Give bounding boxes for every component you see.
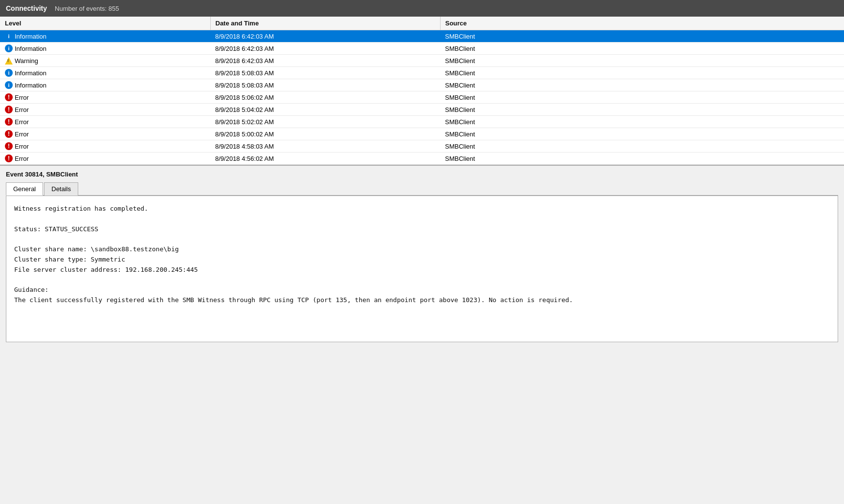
tab-general[interactable]: General	[6, 182, 43, 196]
cell-source: SMBClient	[440, 128, 844, 140]
level-label: Information	[15, 69, 46, 77]
cell-datetime: 8/9/2018 6:42:03 AM	[210, 30, 440, 43]
info-icon: i	[5, 44, 13, 52]
warning-icon	[5, 57, 13, 65]
level-label: Error	[15, 106, 29, 113]
table-body: iInformation8/9/2018 6:42:03 AMSMBClient…	[0, 30, 844, 165]
error-icon: !	[5, 93, 13, 101]
detail-general-text: Witness registration has completed. Stat…	[14, 204, 830, 306]
cell-source: SMBClient	[440, 140, 844, 153]
error-icon: !	[5, 130, 13, 138]
col-header-level[interactable]: Level	[0, 17, 210, 30]
cell-datetime: 8/9/2018 5:04:02 AM	[210, 104, 440, 116]
cell-level: Warning	[0, 55, 210, 67]
cell-datetime: 8/9/2018 6:42:03 AM	[210, 55, 440, 67]
cell-level: !Error	[0, 91, 210, 104]
col-header-source[interactable]: Source	[440, 17, 844, 30]
level-label: Error	[15, 118, 29, 126]
tab-content-general: Witness registration has completed. Stat…	[6, 196, 838, 342]
cell-datetime: 8/9/2018 4:56:02 AM	[210, 153, 440, 165]
error-icon: !	[5, 118, 13, 126]
cell-level: iInformation	[0, 43, 210, 55]
cell-level: iInformation	[0, 67, 210, 79]
event-table: Level Date and Time Source iInformation8…	[0, 17, 844, 165]
cell-datetime: 8/9/2018 5:06:02 AM	[210, 91, 440, 104]
event-table-section: Level Date and Time Source iInformation8…	[0, 17, 844, 166]
cell-level: !Error	[0, 128, 210, 140]
cell-datetime: 8/9/2018 5:02:02 AM	[210, 116, 440, 128]
detail-section: Event 30814, SMBClient General Details W…	[0, 166, 844, 347]
table-row[interactable]: iInformation8/9/2018 6:42:03 AMSMBClient	[0, 30, 844, 43]
table-row[interactable]: !Error8/9/2018 5:02:02 AMSMBClient	[0, 116, 844, 128]
cell-source: SMBClient	[440, 104, 844, 116]
title-bar-subtitle: Number of events: 855	[55, 5, 119, 12]
cell-source: SMBClient	[440, 116, 844, 128]
cell-source: SMBClient	[440, 30, 844, 43]
cell-datetime: 8/9/2018 5:00:02 AM	[210, 128, 440, 140]
cell-source: SMBClient	[440, 43, 844, 55]
level-label: Error	[15, 94, 29, 101]
tabs-row: General Details	[6, 182, 838, 196]
cell-level: !Error	[0, 153, 210, 165]
cell-datetime: 8/9/2018 4:58:03 AM	[210, 140, 440, 153]
table-row[interactable]: !Error8/9/2018 5:04:02 AMSMBClient	[0, 104, 844, 116]
info-icon: i	[5, 69, 13, 77]
cell-datetime: 8/9/2018 5:08:03 AM	[210, 67, 440, 79]
col-header-datetime[interactable]: Date and Time	[210, 17, 440, 30]
info-icon: i	[5, 32, 13, 40]
level-label: Information	[15, 33, 46, 40]
error-icon: !	[5, 106, 13, 113]
level-label: Information	[15, 82, 46, 89]
title-bar: Connectivity Number of events: 855	[0, 0, 844, 17]
cell-level: iInformation	[0, 79, 210, 91]
cell-source: SMBClient	[440, 91, 844, 104]
cell-level: iInformation	[0, 30, 210, 43]
cell-level: !Error	[0, 104, 210, 116]
table-row[interactable]: !Error8/9/2018 4:58:03 AMSMBClient	[0, 140, 844, 153]
error-icon: !	[5, 154, 13, 162]
cell-level: !Error	[0, 140, 210, 153]
level-label: Error	[15, 131, 29, 138]
level-label: Error	[15, 155, 29, 162]
table-row[interactable]: !Error8/9/2018 5:06:02 AMSMBClient	[0, 91, 844, 104]
table-row[interactable]: Warning8/9/2018 6:42:03 AMSMBClient	[0, 55, 844, 67]
error-icon: !	[5, 142, 13, 150]
cell-source: SMBClient	[440, 153, 844, 165]
table-row[interactable]: iInformation8/9/2018 6:42:03 AMSMBClient	[0, 43, 844, 55]
cell-datetime: 8/9/2018 6:42:03 AM	[210, 43, 440, 55]
table-row[interactable]: iInformation8/9/2018 5:08:03 AMSMBClient	[0, 67, 844, 79]
table-row[interactable]: iInformation8/9/2018 5:08:03 AMSMBClient	[0, 79, 844, 91]
cell-datetime: 8/9/2018 5:08:03 AM	[210, 79, 440, 91]
level-label: Error	[15, 143, 29, 150]
level-label: Warning	[15, 57, 38, 65]
cell-source: SMBClient	[440, 67, 844, 79]
cell-source: SMBClient	[440, 55, 844, 67]
level-label: Information	[15, 45, 46, 52]
detail-title: Event 30814, SMBClient	[6, 171, 838, 178]
cell-level: !Error	[0, 116, 210, 128]
table-row[interactable]: !Error8/9/2018 4:56:02 AMSMBClient	[0, 153, 844, 165]
info-icon: i	[5, 81, 13, 89]
table-header: Level Date and Time Source	[0, 17, 844, 30]
title-bar-title: Connectivity	[6, 4, 47, 12]
cell-source: SMBClient	[440, 79, 844, 91]
table-row[interactable]: !Error8/9/2018 5:00:02 AMSMBClient	[0, 128, 844, 140]
tab-details[interactable]: Details	[44, 182, 78, 196]
